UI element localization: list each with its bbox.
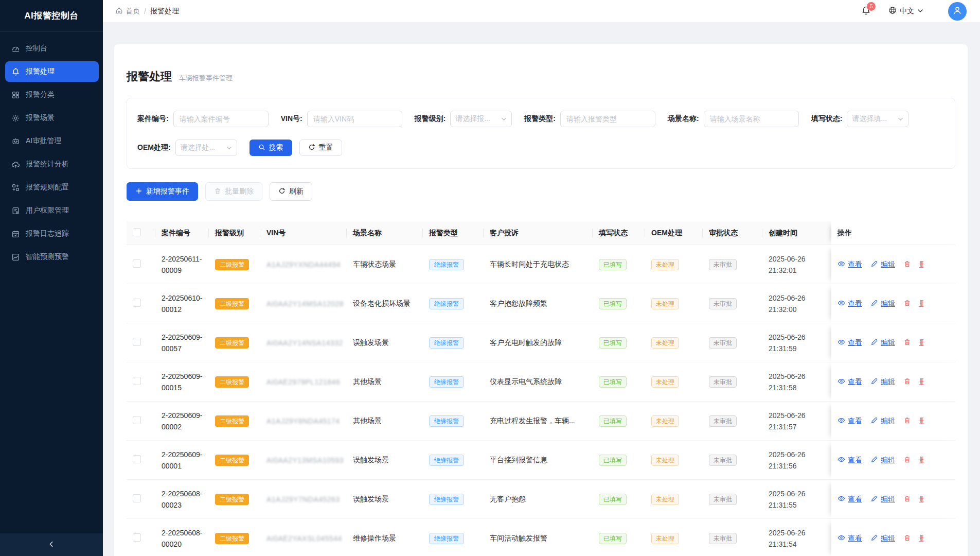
notification-bell-button[interactable]: 5 — [861, 6, 871, 17]
row-checkbox[interactable] — [133, 299, 141, 307]
column-header: 客户投诉 — [484, 221, 593, 245]
filter-label: OEM处理: — [137, 143, 171, 152]
filter-input[interactable] — [173, 111, 269, 127]
edit-button[interactable]: 编辑 — [870, 299, 895, 308]
refresh-button[interactable]: 刷新 — [270, 182, 312, 201]
scene-name: 维修操作场景 — [353, 534, 396, 542]
reset-button[interactable]: 重置 — [299, 140, 342, 156]
delete-label-clipped[interactable]: 删除 — [919, 299, 923, 308]
filter-label: 填写状态: — [811, 114, 843, 124]
edit-button[interactable]: 编辑 — [870, 534, 895, 543]
breadcrumb-home[interactable]: 首页 — [115, 7, 140, 16]
view-button[interactable]: 查看 — [838, 338, 862, 348]
avatar[interactable] — [948, 2, 967, 21]
eye-icon — [838, 260, 845, 269]
trash-icon — [903, 299, 911, 308]
chevron-down-icon — [501, 116, 507, 122]
view-button[interactable]: 查看 — [838, 456, 862, 465]
view-button[interactable]: 查看 — [838, 534, 862, 543]
delete-button[interactable] — [903, 495, 911, 504]
edit-button[interactable]: 编辑 — [870, 456, 895, 465]
filter-input[interactable] — [307, 111, 402, 127]
delete-button[interactable] — [903, 456, 911, 465]
oem-status-badge: 未处理 — [651, 494, 679, 505]
dashboard-gauge-icon — [11, 44, 20, 53]
view-button[interactable]: 查看 — [838, 260, 862, 269]
edit-button[interactable]: 编辑 — [870, 495, 895, 504]
eye-icon — [838, 456, 845, 465]
sidebar-item-6[interactable]: 报警统计分析 — [5, 154, 99, 175]
add-alarm-event-button[interactable]: 新增报警事件 — [127, 182, 198, 201]
sidebar-item-7[interactable]: 报警规则配置 — [5, 177, 99, 198]
home-icon — [115, 7, 123, 16]
robot-icon — [11, 137, 20, 146]
sidebar-item-9[interactable]: 报警日志追踪 — [5, 223, 99, 244]
created-time: 21:32:00 — [769, 304, 825, 315]
case-id: 2-20250611-00009 — [162, 253, 203, 276]
delete-label-clipped[interactable]: 删除 — [919, 260, 923, 269]
view-button[interactable]: 查看 — [838, 495, 862, 504]
select-placeholder: 请选择处... — [181, 143, 216, 152]
search-button[interactable]: 搜索 — [250, 140, 292, 156]
row-checkbox[interactable] — [133, 416, 141, 424]
table-row: 2-20250609-00015 二级报警 AI0AE2979PL121846 … — [127, 362, 955, 402]
alarm-type-badge: 绝缘报警 — [429, 415, 464, 427]
created-datetime: 2025-06-26 21:31:58 — [769, 371, 825, 393]
sidebar-item-4[interactable]: 报警场景 — [5, 108, 99, 128]
sidebar-item-10[interactable]: 智能预测预警 — [5, 247, 99, 267]
log-calendar-icon — [11, 230, 20, 238]
view-button[interactable]: 查看 — [838, 416, 862, 426]
sidebar-item-3[interactable]: 报警分类 — [5, 84, 99, 105]
row-checkbox[interactable] — [133, 259, 141, 268]
delete-button[interactable] — [903, 534, 911, 543]
delete-label-clipped[interactable]: 删除 — [919, 377, 923, 387]
view-label: 查看 — [848, 495, 862, 504]
rules-config-icon — [11, 183, 20, 192]
filter-select[interactable]: 请选择填... — [847, 111, 908, 127]
sidebar-item-1[interactable]: 控制台 — [5, 38, 99, 59]
sidebar-item-5[interactable]: AI审批管理 — [5, 131, 99, 151]
filter-input[interactable] — [704, 111, 799, 127]
filter-select[interactable]: 请选择报... — [450, 111, 512, 127]
delete-label-clipped[interactable]: 删除 — [919, 534, 923, 543]
row-checkbox[interactable] — [133, 377, 141, 385]
column-header: 审批状态 — [703, 221, 762, 245]
view-button[interactable]: 查看 — [838, 377, 862, 387]
row-checkbox[interactable] — [133, 455, 141, 463]
language-switcher[interactable]: 中文 — [888, 6, 923, 16]
edit-button[interactable]: 编辑 — [870, 260, 895, 269]
sidebar-item-2[interactable]: 报警处理 — [5, 61, 99, 82]
delete-label-clipped[interactable]: 删除 — [919, 338, 923, 348]
column-header: 操作 — [831, 221, 955, 245]
edit-button[interactable]: 编辑 — [870, 416, 895, 426]
batch-delete-button[interactable]: 批量删除 — [205, 182, 262, 201]
filter-select[interactable]: 请选择处... — [175, 140, 237, 156]
view-button[interactable]: 查看 — [838, 299, 862, 308]
category-grid-icon — [11, 91, 20, 99]
sidebar-item-8[interactable]: 用户权限管理 — [5, 200, 99, 221]
delete-label-clipped[interactable]: 删除 — [919, 495, 923, 504]
edit-button[interactable]: 编辑 — [870, 338, 895, 348]
row-checkbox[interactable] — [133, 494, 141, 502]
row-checkbox[interactable] — [133, 533, 141, 542]
delete-button[interactable] — [903, 416, 911, 426]
user-permission-icon — [11, 206, 20, 215]
oem-status-badge: 未处理 — [651, 376, 679, 388]
sidebar: AI报警控制台 控制台 报警处理 报警分类 报警场景 AI审批管理 报警统计分析… — [0, 0, 103, 556]
delete-button[interactable] — [903, 299, 911, 308]
delete-button[interactable] — [903, 338, 911, 348]
delete-label-clipped[interactable]: 删除 — [919, 456, 923, 465]
delete-button[interactable] — [903, 260, 911, 269]
created-datetime: 2025-06-26 21:31:57 — [769, 410, 825, 432]
sidebar-collapse-button[interactable] — [0, 533, 103, 556]
filter-input[interactable] — [560, 111, 655, 127]
pencil-icon — [870, 534, 878, 543]
created-date: 2025-06-26 — [769, 410, 825, 421]
delete-button[interactable] — [903, 377, 911, 387]
column-header: 填写状态 — [593, 221, 645, 245]
delete-label-clipped[interactable]: 删除 — [919, 416, 923, 426]
eye-icon — [838, 534, 845, 543]
row-checkbox[interactable] — [133, 338, 141, 346]
edit-button[interactable]: 编辑 — [870, 377, 895, 387]
select-all-checkbox[interactable] — [133, 228, 141, 236]
